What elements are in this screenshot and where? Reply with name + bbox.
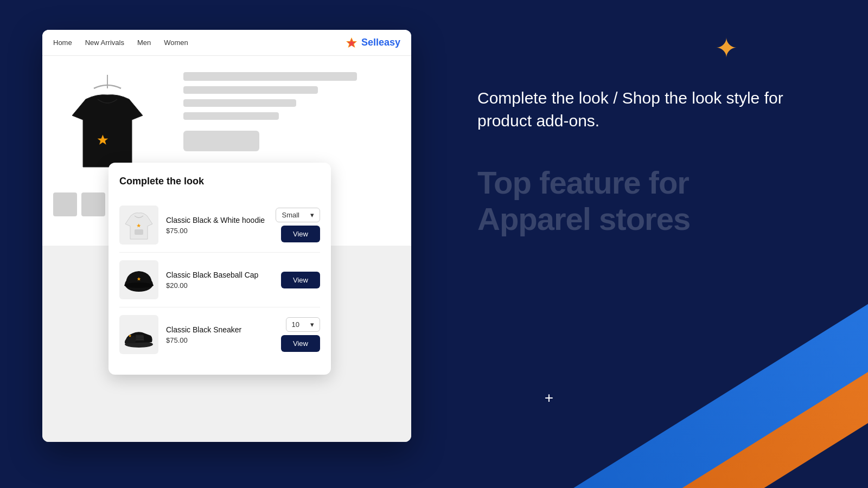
nav-home[interactable]: Home (53, 38, 72, 47)
sneaker-details: Classic Black Sneaker $75.00 (166, 325, 273, 344)
hoodie-image (119, 206, 158, 245)
panel-title: Complete the look (119, 176, 320, 187)
hoodie-controls: Small ▾ View (276, 208, 320, 242)
nav-logo: Selleasy (345, 36, 400, 49)
right-content: Complete the look / Shop the look style … (477, 87, 814, 237)
logo-text: Selleasy (361, 37, 400, 48)
skeleton-btn (183, 131, 259, 151)
sneaker-image (119, 315, 158, 354)
feature-text: Top feature for Apparel stores (477, 165, 814, 237)
sneaker-price: $75.00 (166, 336, 273, 344)
plus-icon: + (545, 389, 553, 407)
hoodie-size-select[interactable]: Small ▾ (276, 208, 320, 222)
thumbnail-1[interactable] (53, 192, 77, 216)
browser-nav: Home New Arrivals Men Women Selleasy (42, 30, 411, 56)
sneaker-size-select[interactable]: 10 ▾ (286, 317, 320, 332)
sneaker-svg (120, 316, 157, 353)
hoodie-details: Classic Black & White hoodie $75.00 (166, 216, 268, 235)
star-icon: ✦ (715, 33, 738, 64)
hoodie-view-button[interactable]: View (281, 226, 320, 242)
logo-icon (345, 36, 358, 49)
cap-svg (120, 261, 157, 298)
sneaker-view-button[interactable]: View (281, 335, 320, 352)
bg-stripe-blue (541, 293, 868, 488)
bg-stripe-orange (557, 351, 868, 488)
cap-details: Classic Black Baseball Cap $20.00 (166, 271, 273, 290)
nav-new-arrivals[interactable]: New Arrivals (85, 38, 124, 47)
skeleton-line-1 (183, 72, 357, 81)
skeleton-line-3 (183, 99, 296, 107)
cap-view-button[interactable]: View (281, 272, 320, 288)
skeleton-line-4 (183, 112, 279, 120)
sneaker-name: Classic Black Sneaker (166, 325, 273, 334)
cap-name: Classic Black Baseball Cap (166, 271, 273, 279)
tagline: Complete the look / Shop the look style … (477, 87, 814, 132)
cap-price: $20.00 (166, 281, 273, 290)
product-item-sneaker: Classic Black Sneaker $75.00 10 ▾ View (119, 307, 320, 362)
skeleton-line-2 (183, 86, 318, 94)
svg-rect-4 (135, 229, 143, 235)
product-item-cap: Classic Black Baseball Cap $20.00 View (119, 253, 320, 307)
hoodie-svg (123, 208, 155, 243)
cap-controls: View (281, 272, 320, 288)
product-item-hoodie: Classic Black & White hoodie $75.00 Smal… (119, 198, 320, 253)
hoodie-price: $75.00 (166, 227, 268, 235)
hoodie-name: Classic Black & White hoodie (166, 216, 268, 224)
thumbnail-2[interactable] (81, 192, 105, 216)
sneaker-controls: 10 ▾ View (281, 317, 320, 352)
nav-women[interactable]: Women (164, 38, 188, 47)
complete-look-panel: Complete the look Classic Black & White … (108, 163, 331, 375)
cap-image (119, 260, 158, 299)
svg-point-7 (124, 282, 154, 288)
nav-men[interactable]: Men (137, 38, 151, 47)
